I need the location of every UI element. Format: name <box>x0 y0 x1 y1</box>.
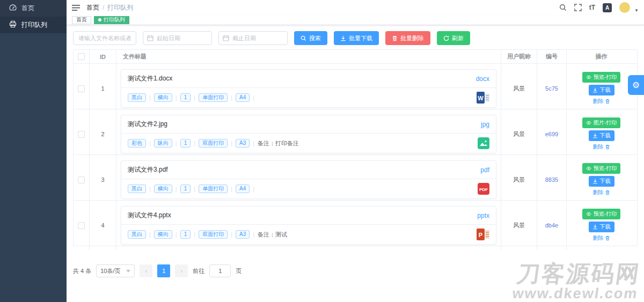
sidebar-item-home[interactable]: 首页 <box>0 0 67 17</box>
tag-separator <box>231 94 232 101</box>
batch-delete-button[interactable]: 批量删除 <box>385 31 430 45</box>
tag-separator <box>175 94 177 101</box>
orientation-tag: 纵向 <box>154 139 172 148</box>
main-area: 首页 / 打印队列 tT A ▼ 首页 打印队列 <box>67 0 644 302</box>
delete-link[interactable]: 删除 <box>593 143 610 151</box>
end-date-picker[interactable] <box>218 31 288 45</box>
preview-print-button[interactable]: 预览-打印 <box>582 209 620 219</box>
file-code: e699 <box>537 109 567 159</box>
print-queue-table: ID 文件标题 用户昵称 编号 操作 1 测试文件1.docx docx 黑白 … <box>73 49 638 246</box>
tab-print-queue[interactable]: 打印队列 <box>94 16 129 24</box>
toolbar: 搜索 批量下载 批量删除 刷新 <box>73 31 638 45</box>
dashboard-icon <box>9 4 17 13</box>
row-checkbox[interactable] <box>78 176 85 183</box>
file-code: 8835 <box>537 155 567 204</box>
row-checkbox[interactable] <box>78 222 85 229</box>
delete-link[interactable]: 删除 <box>593 98 610 105</box>
preview-print-button[interactable]: 预览-打印 <box>582 72 620 83</box>
pdf-file-icon: PDF <box>478 183 489 196</box>
header-code: 编号 <box>537 50 567 63</box>
batch-download-button[interactable]: 批量下载 <box>334 31 379 45</box>
hamburger-icon[interactable] <box>72 4 80 11</box>
page-unit-label: 页 <box>236 267 241 275</box>
eye-icon <box>586 120 591 126</box>
sidebar-item-print-queue[interactable]: 打印队列 <box>0 17 67 33</box>
tag-separator <box>194 94 195 101</box>
orientation-tag: 横向 <box>154 185 172 193</box>
caret-down-icon[interactable]: ▼ <box>634 8 639 13</box>
file-title: 测试文件1.docx <box>128 74 172 83</box>
prev-page-button[interactable]: ‹ <box>140 264 152 277</box>
sidebar-item-label: 首页 <box>21 4 34 13</box>
tag-separator <box>149 140 151 146</box>
avatar[interactable] <box>619 2 630 13</box>
refresh-icon <box>443 35 449 41</box>
download-button[interactable]: 下载 <box>589 222 614 232</box>
search-button[interactable]: 搜索 <box>294 31 327 45</box>
next-page-button[interactable]: › <box>175 264 188 277</box>
tag-separator <box>231 231 232 238</box>
fullscreen-icon[interactable] <box>574 4 582 11</box>
language-icon[interactable]: A <box>603 3 612 12</box>
table-header-row: ID 文件标题 用户昵称 编号 操作 <box>74 50 637 64</box>
search-input[interactable] <box>73 31 136 45</box>
refresh-button[interactable]: 刷新 <box>437 31 470 45</box>
sidebar-item-label: 打印队列 <box>21 20 47 30</box>
header-nickname: 用户昵称 <box>501 50 537 63</box>
tag-separator <box>253 140 254 146</box>
preview-print-button[interactable]: 预览-打印 <box>582 163 620 174</box>
download-button[interactable]: 下载 <box>589 176 614 187</box>
tag-separator <box>175 140 177 146</box>
breadcrumb-current: 打印队列 <box>107 3 133 12</box>
ppt-file-icon: P <box>477 229 489 241</box>
download-button[interactable]: 下载 <box>589 130 614 141</box>
row-id: 2 <box>90 109 116 159</box>
file-code: 5c75 <box>537 64 567 113</box>
trash-icon <box>605 99 610 104</box>
tab-label: 首页 <box>76 16 87 24</box>
download-button[interactable]: 下载 <box>589 85 614 95</box>
trash-icon <box>605 235 610 241</box>
tag-separator <box>231 186 232 192</box>
row-checkbox[interactable] <box>78 131 85 138</box>
tag-separator <box>175 186 177 192</box>
tag-separator <box>231 140 232 146</box>
svg-text:W: W <box>478 95 484 101</box>
page-number-button[interactable]: 1 <box>157 264 170 277</box>
file-code: db4e <box>537 201 567 250</box>
delete-link[interactable]: 删除 <box>593 234 610 242</box>
pagination: 共 4 条 10条/页 ‹ 1 › 前往 页 <box>73 264 638 277</box>
preview-print-button[interactable]: 图片-打印 <box>582 117 620 128</box>
active-dot <box>98 18 101 21</box>
file-card: 测试文件4.pptx pptx 黑白 横向 1 双面打印 A3 备注：测试 P <box>121 206 496 245</box>
table-row: 4 测试文件4.pptx pptx 黑白 横向 1 双面打印 A3 备注：测试 <box>74 201 637 246</box>
delete-link[interactable]: 删除 <box>593 189 610 196</box>
breadcrumb-home[interactable]: 首页 <box>86 3 99 12</box>
row-checkbox[interactable] <box>78 85 85 92</box>
color-tag: 黑白 <box>128 230 146 239</box>
duplex-tag: 双面打印 <box>199 139 228 148</box>
select-all-checkbox[interactable] <box>78 53 85 60</box>
file-type-label: pdf <box>480 166 489 174</box>
tag-separator <box>149 186 151 192</box>
file-card: 测试文件1.docx docx 黑白 横向 1 单面打印 A4 W <box>121 69 496 108</box>
color-tag: 黑白 <box>128 93 146 102</box>
settings-fab-button[interactable]: ⚙ <box>628 75 644 95</box>
user-nickname: 风景 <box>501 155 537 204</box>
table-row: 2 测试文件2.jpg jpg 彩色 纵向 1 双面打印 A3 备注：打印备注 <box>74 109 637 155</box>
tag-separator <box>175 231 177 238</box>
chevron-down-icon <box>126 270 130 272</box>
font-size-icon[interactable]: tT <box>589 4 595 11</box>
search-icon[interactable] <box>559 4 567 11</box>
navbar-right: tT A ▼ <box>559 2 639 13</box>
page-size-select[interactable]: 10条/页 <box>96 264 135 277</box>
svg-text:PDF: PDF <box>479 187 488 192</box>
file-type-label: docx <box>476 75 489 83</box>
tab-home[interactable]: 首页 <box>72 16 91 24</box>
goto-page-input[interactable] <box>209 264 231 277</box>
search-icon <box>301 35 306 41</box>
start-date-picker[interactable] <box>143 31 212 45</box>
duplex-tag: 单面打印 <box>199 185 228 193</box>
remark-text: 备注：测试 <box>258 231 287 239</box>
sidebar: 首页 打印队列 <box>0 0 67 302</box>
